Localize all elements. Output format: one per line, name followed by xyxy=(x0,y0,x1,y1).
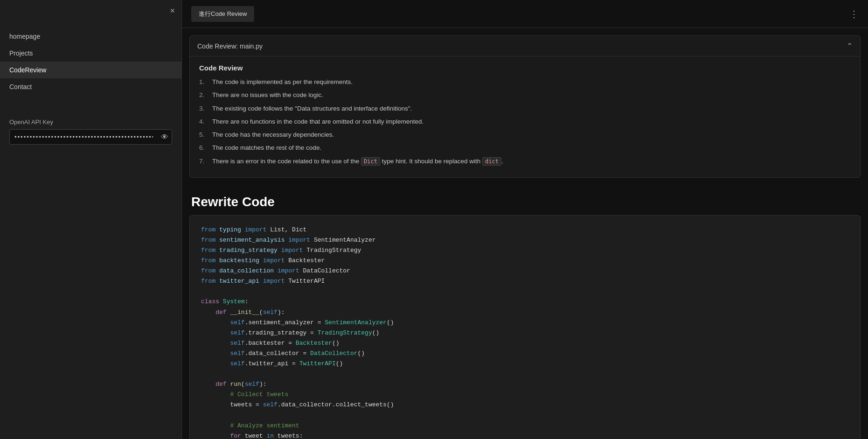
toggle-visibility-button[interactable]: 👁 xyxy=(161,133,168,141)
code-block: from typing import List, Dict from senti… xyxy=(189,215,861,439)
code-line-5: from data_collection import DataCollecto… xyxy=(201,266,849,276)
list-item: 4.There are no functions in the code tha… xyxy=(199,117,851,126)
eye-icon: 👁 xyxy=(161,133,168,141)
close-button[interactable]: × xyxy=(170,7,175,15)
code-review-tab-button[interactable]: 進行Code Review xyxy=(191,6,254,22)
code-line-10: self.sentiment_analyzer = SentimentAnaly… xyxy=(201,318,849,328)
code-line-16: def run(self): xyxy=(201,379,849,390)
dict-wrong-code: Dict xyxy=(361,157,380,166)
code-line-blank2 xyxy=(201,369,849,379)
sidebar-nav: homepage Projects CodeReview Contact xyxy=(0,0,181,105)
review-body-title: Code Review xyxy=(199,64,851,72)
code-line-13: self.data_collector = DataCollector() xyxy=(201,348,849,359)
api-key-section: OpenAI API Key 👁 xyxy=(0,109,181,154)
code-line-blank3 xyxy=(201,410,849,420)
close-icon: × xyxy=(170,6,175,15)
api-key-label: OpenAI API Key xyxy=(9,118,172,125)
code-line-11: self.trading_strategy = TradingStrategy(… xyxy=(201,328,849,338)
chevron-up-icon: ⌃ xyxy=(847,42,853,50)
review-header-title: Code Review: main.py xyxy=(197,42,263,50)
content-area: Code Review: main.py ⌃ Code Review 1.The… xyxy=(182,28,868,439)
review-section: Code Review: main.py ⌃ Code Review 1.The… xyxy=(189,35,861,178)
code-line-4: from backtesting import Backtester xyxy=(201,256,849,266)
main-content: 進行Code Review ⋮ Code Review: main.py ⌃ C… xyxy=(182,0,868,439)
code-line-9: def __init__(self): xyxy=(201,307,849,318)
code-line-17: # Collect tweets xyxy=(201,390,849,400)
review-body: Code Review 1.The code is implemented as… xyxy=(190,56,860,177)
code-line-2: from sentiment_analysis import Sentiment… xyxy=(201,235,849,245)
more-options-button[interactable]: ⋮ xyxy=(849,8,859,20)
code-line-12: self.backtester = Backtester() xyxy=(201,338,849,348)
code-line-20: # Analyze sentiment xyxy=(201,421,849,431)
sidebar: × homepage Projects CodeReview Contact O… xyxy=(0,0,182,439)
list-item: 2.There are no issues with the code logi… xyxy=(199,91,851,100)
top-bar: 進行Code Review ⋮ xyxy=(182,0,868,28)
list-item: 5.The code has the necessary dependencie… xyxy=(199,130,851,139)
sidebar-item-contact[interactable]: Contact xyxy=(0,78,181,95)
code-line-21: for tweet in tweets: xyxy=(201,431,849,439)
code-line-3: from trading_strategy import TradingStra… xyxy=(201,245,849,256)
dict-correct-code: dict xyxy=(482,157,501,166)
review-header[interactable]: Code Review: main.py ⌃ xyxy=(190,36,860,56)
rewrite-title: Rewrite Code xyxy=(182,185,868,215)
sidebar-item-projects[interactable]: Projects xyxy=(0,45,181,62)
code-line-1: from typing import List, Dict xyxy=(201,225,849,235)
code-line-blank1 xyxy=(201,286,849,297)
list-item-7: 7. There is an error in the code related… xyxy=(199,157,851,166)
code-line-18: tweets = self.data_collector.collect_twe… xyxy=(201,400,849,410)
code-line-14: self.twitter_api = TwitterAPI() xyxy=(201,359,849,369)
more-icon: ⋮ xyxy=(849,9,859,19)
api-key-input[interactable] xyxy=(9,129,172,145)
code-line-8: class System: xyxy=(201,297,849,307)
sidebar-item-codereview[interactable]: CodeReview xyxy=(0,62,181,78)
api-key-input-wrapper: 👁 xyxy=(9,129,172,145)
review-list: 1.The code is implemented as per the req… xyxy=(199,77,851,166)
list-item: 3.The existing code follows the "Data st… xyxy=(199,104,851,113)
sidebar-item-homepage[interactable]: homepage xyxy=(0,28,181,45)
list-item: 6.The code matches the rest of the code. xyxy=(199,143,851,153)
code-line-6: from twitter_api import TwitterAPI xyxy=(201,276,849,286)
list-item: 1.The code is implemented as per the req… xyxy=(199,77,851,87)
